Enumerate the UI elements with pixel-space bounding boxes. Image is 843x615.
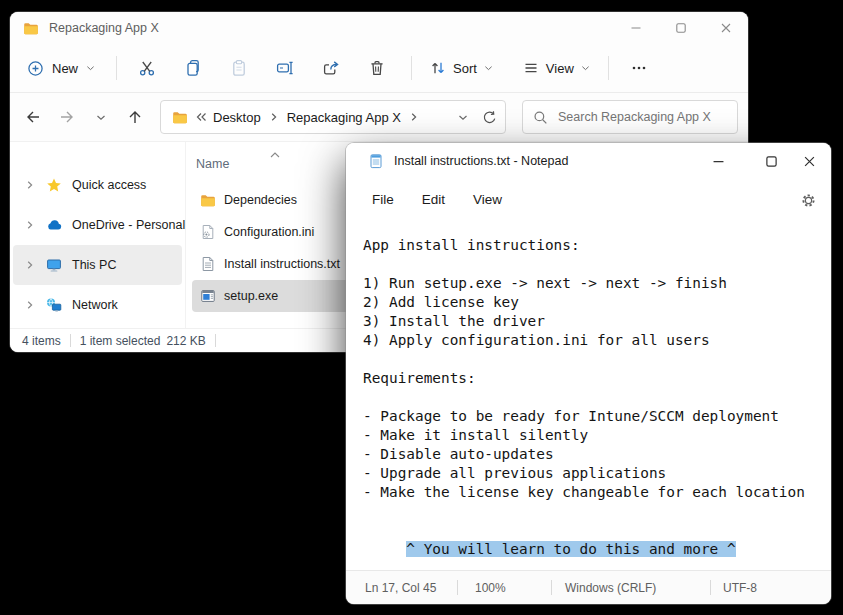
sidebar-item-label: Network xyxy=(72,298,118,312)
desktop: Repackaging App X New xyxy=(0,0,843,615)
scissors-icon xyxy=(138,59,156,77)
network-icon xyxy=(46,297,62,313)
paste-icon xyxy=(230,59,248,77)
notepad-window-title: Install instructions.txt - Notepad xyxy=(394,154,568,168)
status-selection-size: 212 KB xyxy=(166,334,205,348)
settings-gear-icon[interactable] xyxy=(797,189,819,211)
sidebar-item-label: This PC xyxy=(72,258,116,272)
notepad-minimize-button[interactable] xyxy=(696,143,740,179)
sidebar-item-quick-access[interactable]: Quick access xyxy=(13,165,182,205)
explorer-titlebar[interactable]: Repackaging App X xyxy=(10,12,748,44)
chevron-down-icon xyxy=(86,64,95,72)
status-cursor-position: Ln 17, Col 45 xyxy=(365,581,436,595)
chevron-right-icon[interactable] xyxy=(25,260,35,270)
sidebar-item-network[interactable]: Network xyxy=(13,285,182,325)
search-box xyxy=(522,100,738,134)
notepad-close-button[interactable] xyxy=(787,143,831,179)
sidebar-item-this-pc[interactable]: This PC xyxy=(13,245,182,285)
share-button[interactable] xyxy=(311,50,351,86)
rename-button[interactable] xyxy=(265,50,305,86)
chevron-down-icon xyxy=(484,64,493,72)
back-button[interactable] xyxy=(18,102,48,132)
folder-icon xyxy=(23,20,39,36)
forward-button[interactable] xyxy=(52,102,82,132)
file-name: Install instructions.txt xyxy=(224,257,340,271)
menu-file[interactable]: File xyxy=(362,187,404,212)
notepad-selected-line: ^ You will learn to do this and more ^ xyxy=(363,540,831,559)
notepad-app-icon xyxy=(368,153,384,169)
sort-ascending-caret-icon xyxy=(270,152,280,158)
refresh-icon[interactable] xyxy=(482,110,497,125)
view-button[interactable]: View xyxy=(515,50,598,86)
text-file-icon xyxy=(200,256,216,272)
chevron-right-icon[interactable] xyxy=(25,180,35,190)
copy-icon xyxy=(184,59,202,77)
breadcrumb-current-folder[interactable]: Repackaging App X xyxy=(281,110,407,125)
file-name: setup.exe xyxy=(224,289,278,303)
search-icon xyxy=(533,110,548,125)
trash-icon xyxy=(368,59,386,77)
notepad-window: Install instructions.txt - Notepad File … xyxy=(346,143,831,604)
selected-text-highlight: ^ You will learn to do this and more ^ xyxy=(406,541,735,557)
view-lines-icon xyxy=(523,60,539,76)
breadcrumb-desktop[interactable]: Desktop xyxy=(207,110,267,125)
chevron-right-icon xyxy=(269,112,279,122)
folder-icon xyxy=(172,109,188,125)
sidebar-item-label: OneDrive - Personal xyxy=(72,218,185,232)
address-bar[interactable]: Desktop Repackaging App X xyxy=(160,100,506,134)
copy-button[interactable] xyxy=(173,50,213,86)
notepad-text-area[interactable]: App install instructions: 1) Run setup.e… xyxy=(346,219,831,570)
paste-button xyxy=(219,50,259,86)
explorer-window-controls xyxy=(613,12,748,44)
ellipsis-icon xyxy=(631,60,647,76)
share-icon xyxy=(322,59,340,77)
cloud-icon xyxy=(46,217,62,233)
notepad-titlebar[interactable]: Install instructions.txt - Notepad xyxy=(346,143,831,179)
search-input[interactable] xyxy=(558,110,727,124)
status-separator xyxy=(70,334,71,347)
new-button[interactable]: New xyxy=(18,50,104,86)
exe-file-icon xyxy=(200,288,216,304)
toolbar-separator xyxy=(411,56,412,80)
explorer-minimize-button[interactable] xyxy=(613,12,658,44)
more-options-button[interactable] xyxy=(619,50,659,86)
explorer-maximize-button[interactable] xyxy=(658,12,703,44)
file-name: Configuration.ini xyxy=(224,225,314,239)
explorer-window-title: Repackaging App X xyxy=(49,21,159,35)
chevron-right-icon[interactable] xyxy=(25,300,35,310)
sidebar-item-onedrive[interactable]: OneDrive - Personal xyxy=(13,205,182,245)
menu-view[interactable]: View xyxy=(463,187,512,212)
up-button[interactable] xyxy=(120,102,150,132)
toolbar-separator xyxy=(608,56,609,80)
breadcrumb-overflow-icon[interactable] xyxy=(196,112,207,122)
recent-locations-chevron[interactable] xyxy=(86,102,116,132)
notepad-menubar: File Edit View xyxy=(346,179,831,219)
chevron-right-icon[interactable] xyxy=(25,220,35,230)
toolbar-separator xyxy=(116,56,117,80)
status-line-ending: Windows (CRLF) xyxy=(565,581,656,595)
explorer-sidebar: Quick access OneDrive - Personal This PC… xyxy=(10,142,186,328)
selected-line-prefix xyxy=(363,541,406,557)
notepad-status-bar: Ln 17, Col 45 100% Windows (CRLF) UTF-8 xyxy=(346,570,831,604)
rename-icon xyxy=(276,59,294,77)
status-separator xyxy=(710,580,711,595)
sidebar-item-label: Quick access xyxy=(72,178,146,192)
status-separator xyxy=(215,334,216,347)
delete-button[interactable] xyxy=(357,50,397,86)
monitor-icon xyxy=(46,257,62,273)
status-separator xyxy=(551,580,552,595)
status-separator xyxy=(457,580,458,595)
explorer-close-button[interactable] xyxy=(703,12,748,44)
plus-circle-icon xyxy=(27,60,44,77)
status-selection: 1 item selected xyxy=(80,334,161,348)
sort-button[interactable]: Sort xyxy=(422,50,501,86)
ini-file-icon xyxy=(200,224,216,240)
notepad-body-text: App install instructions: 1) Run setup.e… xyxy=(363,236,831,540)
address-dropdown-chevron[interactable] xyxy=(458,113,468,122)
status-encoding: UTF-8 xyxy=(723,581,757,595)
menu-edit[interactable]: Edit xyxy=(412,187,455,212)
folder-icon xyxy=(200,192,216,208)
sort-button-label: Sort xyxy=(453,61,477,76)
new-button-label: New xyxy=(52,61,78,76)
cut-button[interactable] xyxy=(127,50,167,86)
